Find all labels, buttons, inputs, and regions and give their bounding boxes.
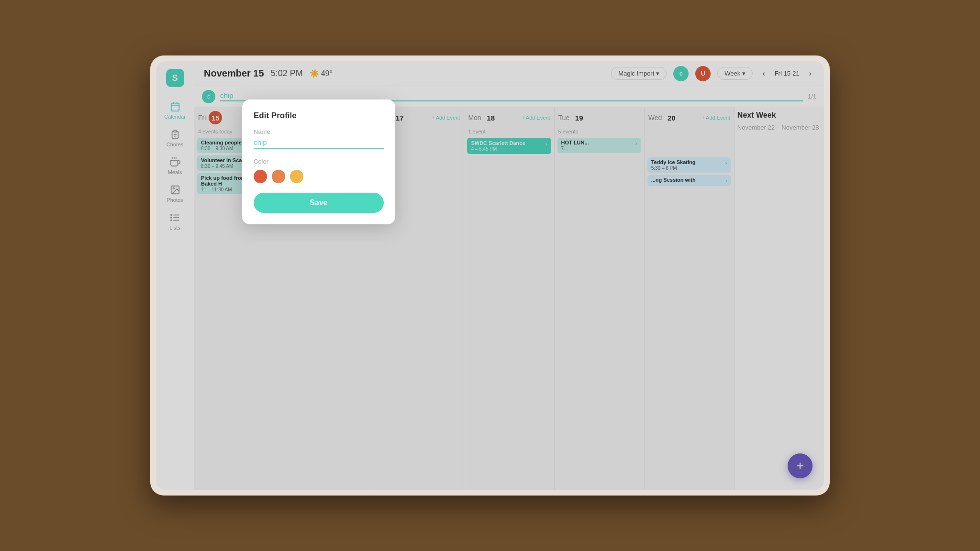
tablet-screen: S Calendar Chores xyxy=(156,61,824,490)
color-dot-orange[interactable] xyxy=(272,170,285,183)
color-picker xyxy=(254,170,384,183)
modal-name-input[interactable] xyxy=(254,138,384,149)
edit-profile-modal: Edit Profile Name Color Save xyxy=(242,99,395,224)
save-button[interactable]: Save xyxy=(254,193,384,213)
name-label: Name xyxy=(254,128,384,135)
modal-overlay: Edit Profile Name Color Save xyxy=(156,61,824,490)
modal-title: Edit Profile xyxy=(254,111,384,121)
color-dot-yellow[interactable] xyxy=(290,170,303,183)
color-label: Color xyxy=(254,158,384,165)
color-dot-red[interactable] xyxy=(254,170,267,183)
tablet-frame: S Calendar Chores xyxy=(150,55,830,496)
